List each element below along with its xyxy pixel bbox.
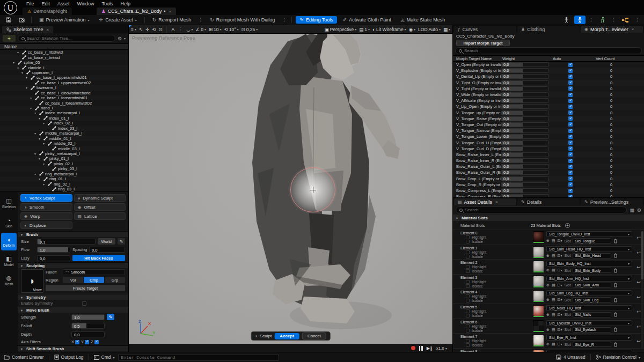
material-combo[interactable]: Std_Eye_R_Inst▾ <box>546 335 632 341</box>
morph-row[interactable]: V_Tongue_Lower (Empty or inv 0,0 0 <box>453 134 644 139</box>
axis-checkbox[interactable] <box>94 340 99 344</box>
material-thumbnail[interactable] <box>533 320 544 331</box>
tab-close-icon[interactable]: × <box>632 27 634 32</box>
lod-selector[interactable]: LOD Auto▾ <box>418 27 441 32</box>
tree-row[interactable]: ▾ index_03_l <box>0 126 128 131</box>
details-search[interactable] <box>456 206 627 213</box>
world-button[interactable]: World <box>98 238 115 245</box>
viewport-options-icon[interactable]: ≡▾ <box>131 27 136 32</box>
highlight-checkbox[interactable] <box>466 294 470 298</box>
highlight-checkbox[interactable] <box>466 309 470 313</box>
morph-auto-checkbox[interactable] <box>568 135 573 139</box>
morph-weight-field[interactable]: 0,0 <box>501 128 548 133</box>
tree-row[interactable]: ▾ index_metacarpal_l <box>0 110 128 115</box>
expand-arrow-icon[interactable]: ▾ <box>21 71 25 75</box>
use-selected-asset-icon[interactable]: ⊕ <box>546 328 550 332</box>
delete-slot-icon[interactable] <box>613 298 618 302</box>
details-search-input[interactable] <box>465 208 623 212</box>
import-morph-target-button[interactable]: Import Morph Target <box>456 40 510 46</box>
morph-table-header[interactable]: Morph Target Name Weight Auto Vert Count <box>453 55 644 62</box>
preview-animation-button[interactable]: ▣Preview Animation▾ <box>35 16 93 24</box>
tab-asset[interactable]: ♟ CC5_Chara..E_lv2_Body • × <box>97 8 176 15</box>
tree-row[interactable]: ▾ cc_base_r_ribstwist <box>0 50 128 55</box>
expand-arrow-icon[interactable]: ▾ <box>26 76 29 79</box>
lazy-slider[interactable]: 0,0 <box>37 255 70 261</box>
tab-demomap[interactable]: ⚠ DemoMapNight <box>23 8 72 15</box>
morph-auto-checkbox[interactable] <box>568 182 573 187</box>
morph-auto-checkbox[interactable] <box>568 86 573 91</box>
tree-row[interactable]: ▾ cc_base_l_forearmtwist01 <box>0 95 128 100</box>
details-settings-gear-icon[interactable]: ⚙ <box>637 208 641 213</box>
morph-auto-checkbox[interactable] <box>568 141 573 145</box>
use-selected-asset-icon[interactable]: ⊕ <box>546 254 550 258</box>
panel-tab[interactable]: ▤ Asset Details × <box>454 198 516 205</box>
morph-auto-checkbox[interactable] <box>568 99 573 103</box>
display-options-icon[interactable]: ▦ <box>630 208 634 213</box>
use-selected-asset-icon[interactable]: ⊕ <box>546 342 550 346</box>
expand-arrow-icon[interactable]: ▾ <box>34 111 38 115</box>
skeleton-search-input[interactable] <box>27 36 112 41</box>
material-thumbnail[interactable] <box>533 305 544 316</box>
scale-tool-icon[interactable]: ⊡ <box>158 27 162 32</box>
morph-weight-field[interactable]: 0,0 <box>501 176 548 181</box>
tree-row[interactable]: ▾ middle_03_l <box>0 146 128 151</box>
morph-weight-field[interactable]: 0,0 <box>501 182 548 187</box>
use-selected-asset-icon[interactable]: ⊕ <box>546 283 550 287</box>
morph-row[interactable]: V_Tongue_Curl_D (Empty or inv 0,0 0 <box>453 146 644 152</box>
browse-to-asset-icon[interactable]: ▤ <box>552 328 555 332</box>
material-thumbnail[interactable] <box>533 276 544 287</box>
brush-param-slider[interactable]: 0,5 <box>71 323 105 329</box>
expand-arrow-icon[interactable]: ▾ <box>43 121 46 125</box>
menu-item[interactable]: Help <box>117 1 135 7</box>
use-selected-asset-icon[interactable]: ⊕ <box>546 298 550 302</box>
material-thumbnail[interactable] <box>533 231 544 242</box>
hit-back-faces-button[interactable]: Hit Back Faces <box>72 255 125 261</box>
3d-viewport[interactable]: ≡▾ ↖ ✛ ⟲ ⊡ A ⋮ ◡▾ ∠ 0▾ ⊞ 10▾ ⟲ 10°▾ ⊡ 0,… <box>129 25 452 352</box>
menu-item[interactable]: File <box>23 1 38 7</box>
browse-to-asset-icon[interactable]: ▤ <box>552 298 555 302</box>
scale-snap-toggle[interactable]: ⊡ 0,25▾ <box>241 27 258 32</box>
screen-size-selector[interactable]: ▤ 1▾ <box>359 27 370 32</box>
material-thumbnail[interactable] <box>533 246 544 257</box>
morph-auto-checkbox[interactable] <box>568 189 573 193</box>
character-preview-options-icon[interactable]: ⋮ <box>588 17 595 23</box>
asset-actions-icon[interactable]: ⊡▾ <box>558 239 562 243</box>
use-selected-asset-icon[interactable]: ⊕ <box>546 313 550 317</box>
enable-symmetry-checkbox[interactable] <box>82 301 86 306</box>
blueprint-icon[interactable] <box>619 16 632 24</box>
reimport-mesh-button[interactable]: ↻Reimport Mesh <box>149 16 195 24</box>
use-selected-asset-icon[interactable]: ⊕ <box>546 268 550 272</box>
material-thumbnail[interactable] <box>533 290 544 301</box>
mode-tab[interactable]: ◔ Skin <box>1 213 17 231</box>
tree-settings-gear-icon[interactable]: ⚙ <box>118 36 122 41</box>
character-preview-icon[interactable] <box>574 16 586 24</box>
tree-row[interactable]: ▾ ring_03_l <box>0 187 128 191</box>
tab-close-icon[interactable]: × <box>47 27 49 32</box>
panel-tab[interactable]: ✎ Details <box>517 198 580 205</box>
slot-name-field[interactable]: Std_Eyelash <box>573 327 611 333</box>
morph-row[interactable]: Brow_Raise_Outer_L (Empty or 0,0 0 <box>453 164 644 169</box>
morph-row[interactable]: V_Lip_Open (Empty or invalid M 0,0 0 <box>453 104 644 109</box>
actor-snap-toggle[interactable]: ∠ 0▾ <box>196 27 206 32</box>
browse-content-icon[interactable] <box>16 16 27 24</box>
morph-row[interactable]: V_Tongue_Curl_U (Empty or inv 0,0 0 <box>453 139 644 145</box>
output-log-button[interactable]: Output Log <box>54 354 84 360</box>
morph-auto-checkbox[interactable] <box>568 69 573 73</box>
isolate-checkbox[interactable] <box>466 329 470 333</box>
tree-row[interactable]: ▾ index_01_l <box>0 116 128 121</box>
slot-name-field[interactable]: Std_Skin_Head <box>573 253 611 258</box>
console-command-input[interactable] <box>118 354 279 361</box>
delete-slot-icon[interactable] <box>613 268 618 273</box>
viewport-canvas[interactable]: Previewing Reference Pose <box>129 34 452 344</box>
expand-arrow-icon[interactable]: ▾ <box>26 86 29 90</box>
material-combo[interactable]: Std_Skin_Leg_HQ_Inst▾ <box>546 290 632 296</box>
content-drawer-button[interactable]: Content Drawer <box>4 354 44 360</box>
morph-auto-checkbox[interactable] <box>568 122 573 127</box>
slot-name-field[interactable]: Std_Tongue <box>573 238 611 243</box>
tree-row[interactable]: ▾ cc_base_l_upperarmtwist01 <box>0 75 128 80</box>
morph-weight-field[interactable]: 0,0 <box>501 158 548 163</box>
morph-search[interactable] <box>455 47 642 54</box>
brush-preview[interactable]: ◗Move <box>21 269 43 293</box>
move-brush-section-header[interactable]: ▾Move Brush <box>18 307 128 313</box>
morph-row[interactable]: Brow_Compress_L (Empty or in 0,0 0 <box>453 188 644 194</box>
